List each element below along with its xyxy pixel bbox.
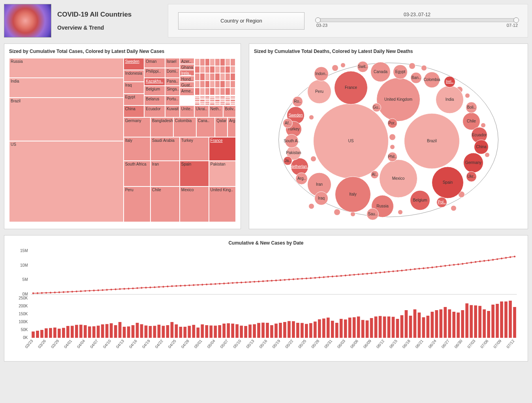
bar[interactable] [322,318,325,338]
bar[interactable] [266,323,269,338]
bar[interactable] [309,323,312,338]
bar[interactable] [405,310,408,338]
bar[interactable] [127,326,130,338]
bar[interactable] [235,324,239,338]
treemap-cell[interactable]: Russia [9,58,124,78]
treemap-cell[interactable]: Ghana [180,64,194,70]
bar[interactable] [509,301,512,338]
bar[interactable] [357,316,360,338]
treemap-cell[interactable]: Turkey [180,137,209,161]
bar[interactable] [270,325,273,338]
bar[interactable] [431,312,434,338]
bar[interactable] [123,327,126,338]
bar[interactable] [383,316,386,338]
treemap-cell[interactable]: India [9,78,124,98]
bar[interactable] [253,324,256,338]
bar[interactable] [274,324,278,338]
bar[interactable] [244,326,247,338]
bar[interactable] [487,311,490,338]
treemap-cell[interactable]: Peru [124,186,150,222]
treemap-cell[interactable]: Chile [150,186,180,222]
bar[interactable] [331,321,334,338]
bar[interactable] [474,305,477,338]
treemap-cell[interactable]: South Africa [124,161,150,186]
treemap-cell[interactable]: Spain [180,161,209,186]
bar[interactable] [422,317,425,338]
treemap-cell[interactable]: Arme.. [180,88,194,96]
treemap-cell[interactable]: Hond.. [180,76,194,82]
treemap-cell[interactable]: Egypt [124,94,145,105]
treemap-cell[interactable]: Azer.. [180,58,194,64]
bar[interactable] [227,323,230,338]
treemap-cell[interactable]: Iraq [124,82,145,94]
bar[interactable] [344,320,347,338]
bar[interactable] [461,310,464,338]
treemap-cell[interactable]: Irela.. [180,70,194,76]
bar[interactable] [379,316,382,338]
bar[interactable] [184,327,187,338]
bar[interactable] [196,328,199,338]
bar[interactable] [504,301,508,338]
treemap-cell[interactable]: Cana.. [196,117,215,137]
bar[interactable] [292,321,295,338]
bar[interactable] [348,318,352,338]
bar[interactable] [58,329,61,338]
slider-handle-start[interactable] [315,17,321,23]
treemap-cell[interactable]: Brazil [9,98,124,141]
bar[interactable] [261,323,265,338]
bar[interactable] [158,325,161,338]
treemap-cell[interactable]: Mexico [180,186,209,222]
bar[interactable] [88,326,91,338]
bar[interactable] [409,316,412,338]
bar[interactable] [427,316,430,338]
bar[interactable] [149,326,152,338]
bar[interactable] [288,321,291,338]
bar[interactable] [361,320,365,338]
treemap-cell[interactable] [194,96,236,105]
bar[interactable] [483,309,486,338]
bar[interactable] [179,327,182,338]
treemap-cell[interactable]: Portu.. [165,96,180,105]
bar[interactable] [209,326,212,338]
treemap-cell[interactable]: Kazakhs.. [144,78,165,86]
bar[interactable] [36,331,39,338]
bar[interactable] [248,324,252,338]
combo-chart[interactable]: 0M5M10M15M0K50K100K150K200K250K03/2303/2… [9,249,523,354]
date-slider[interactable]: 03-23..07-12 03-23 07-12 [316,12,518,30]
treemap-cell[interactable]: Arge.. [227,117,236,137]
bar[interactable] [140,324,143,338]
treemap-cell[interactable]: Sweden [124,58,145,70]
bar[interactable] [283,322,286,338]
bar[interactable] [240,326,243,338]
treemap-cell[interactable] [194,58,236,96]
bar[interactable] [40,330,43,338]
bar[interactable] [171,322,174,338]
bar[interactable] [118,322,122,338]
bar[interactable] [145,326,148,338]
treemap-cell[interactable]: Oman [144,58,165,68]
bar[interactable] [205,325,208,338]
bar[interactable] [496,304,499,338]
bar[interactable] [218,325,221,338]
bar[interactable] [439,309,442,338]
bar[interactable] [175,324,178,338]
bar[interactable] [370,318,373,338]
bar[interactable] [374,316,378,338]
bar[interactable] [340,319,343,338]
bar[interactable] [136,323,139,338]
bar[interactable] [387,316,391,338]
bar[interactable] [231,324,234,338]
treemap-cell[interactable]: Domi.. [165,68,180,78]
bar[interactable] [62,328,65,338]
bar[interactable] [435,310,438,338]
bar[interactable] [452,312,455,338]
treemap-cell[interactable]: France [209,137,236,161]
bar[interactable] [335,323,338,338]
treemap-cell[interactable]: Unite.. [180,105,194,117]
bar[interactable] [71,326,74,338]
treemap-cell[interactable]: Pakistan [209,161,236,186]
bar[interactable] [114,325,117,338]
treemap-cell[interactable]: China [124,105,145,117]
bar[interactable] [201,324,204,338]
bar[interactable] [327,318,330,338]
